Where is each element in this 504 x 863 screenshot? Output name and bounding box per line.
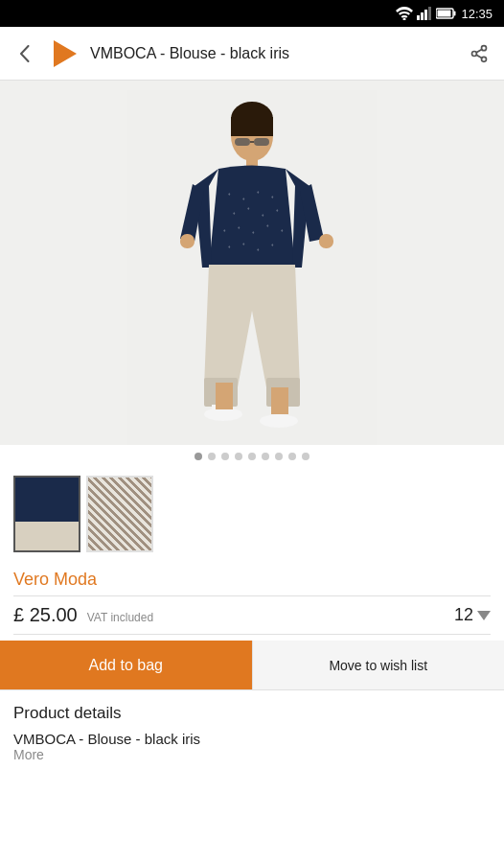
battery-icon <box>436 8 457 19</box>
svg-rect-6 <box>454 12 456 16</box>
svg-rect-48 <box>271 387 288 414</box>
svg-rect-46 <box>319 234 333 248</box>
svg-text:♦: ♦ <box>242 241 245 246</box>
price-row: £ 25.00 VAT included 12 <box>13 595 491 635</box>
thumbnail-navy <box>15 478 79 550</box>
svg-text:♦: ♦ <box>281 227 284 233</box>
svg-rect-4 <box>428 7 431 20</box>
dot-7[interactable] <box>288 453 296 460</box>
svg-point-0 <box>403 18 406 21</box>
section-title: Product details <box>13 704 491 723</box>
svg-rect-17 <box>231 117 273 136</box>
app-bar: VMBOCA - Blouse - black iris <box>0 27 504 81</box>
share-button[interactable] <box>464 38 494 69</box>
dot-4[interactable] <box>248 453 256 460</box>
dot-2[interactable] <box>221 453 229 460</box>
dot-6[interactable] <box>275 453 283 460</box>
svg-text:♦: ♦ <box>276 207 279 213</box>
thumbnail-floral <box>88 478 151 550</box>
svg-text:♦: ♦ <box>271 242 274 247</box>
signal-icon <box>417 7 432 20</box>
svg-text:♦: ♦ <box>238 224 241 230</box>
action-buttons: Add to bag Move to wish list <box>0 641 504 690</box>
dot-indicators <box>0 445 504 468</box>
svg-text:♦: ♦ <box>252 229 255 235</box>
product-image: ♦♦♦♦ ♦♦♦♦ ♦♦♦♦♦ ♦♦♦♦ <box>127 90 377 445</box>
product-image-container: ♦♦♦♦ ♦♦♦♦ ♦♦♦♦♦ ♦♦♦♦ <box>0 81 504 445</box>
product-info: Vero Moda £ 25.00 VAT included 12 <box>0 560 504 641</box>
svg-text:♦: ♦ <box>228 191 231 197</box>
app-bar-title: VMBOCA - Blouse - black iris <box>90 45 456 62</box>
price-amount: 25.00 <box>30 604 78 625</box>
dot-0[interactable] <box>195 453 202 460</box>
svg-line-13 <box>476 49 482 52</box>
product-details-section: Product details VMBOCA - Blouse - black … <box>0 690 504 762</box>
thumbnail-1[interactable] <box>86 476 153 552</box>
brand-name: Vero Moda <box>13 570 491 590</box>
quantity-dropdown-arrow[interactable] <box>477 611 491 620</box>
svg-text:♦: ♦ <box>247 205 250 211</box>
svg-rect-18 <box>235 138 250 146</box>
price-display: £ 25.00 <box>13 604 78 626</box>
back-button[interactable] <box>10 38 40 69</box>
svg-rect-3 <box>424 10 427 20</box>
svg-text:♦: ♦ <box>242 196 245 201</box>
svg-rect-47 <box>216 383 233 409</box>
time-display: 12:35 <box>461 7 493 21</box>
svg-text:♦: ♦ <box>262 212 264 218</box>
svg-rect-19 <box>254 138 269 146</box>
svg-marker-8 <box>54 40 77 67</box>
status-bar: 12:35 <box>0 0 504 27</box>
svg-line-12 <box>476 55 482 58</box>
svg-rect-45 <box>180 234 195 248</box>
vat-label: VAT included <box>87 611 153 624</box>
more-link[interactable]: More <box>13 747 491 762</box>
svg-text:♦: ♦ <box>257 189 260 195</box>
svg-rect-2 <box>421 12 424 20</box>
thumbnail-row <box>0 468 504 560</box>
quantity-selector[interactable]: 12 <box>454 605 491 625</box>
svg-rect-7 <box>438 11 451 17</box>
svg-rect-1 <box>417 15 420 20</box>
svg-text:♦: ♦ <box>223 227 226 233</box>
thumbnail-0[interactable] <box>13 476 80 552</box>
product-name-detail: VMBOCA - Blouse - black iris <box>13 731 491 747</box>
wifi-icon <box>396 7 413 20</box>
price-container: £ 25.00 VAT included <box>13 604 153 626</box>
currency-symbol: £ <box>13 604 24 625</box>
svg-text:♦: ♦ <box>257 246 260 252</box>
dot-5[interactable] <box>262 453 269 460</box>
add-to-bag-button[interactable]: Add to bag <box>0 641 252 689</box>
svg-text:♦: ♦ <box>266 222 269 228</box>
svg-point-41 <box>204 408 242 421</box>
dot-8[interactable] <box>302 453 309 460</box>
svg-text:♦: ♦ <box>271 194 274 199</box>
app-logo <box>48 36 82 71</box>
wishlist-button[interactable]: Move to wish list <box>252 641 505 689</box>
quantity-value: 12 <box>454 605 473 625</box>
dot-3[interactable] <box>235 453 242 460</box>
svg-text:♦: ♦ <box>233 210 236 216</box>
dot-1[interactable] <box>208 453 216 460</box>
svg-text:♦: ♦ <box>228 244 231 249</box>
status-icons: 12:35 <box>396 7 493 21</box>
